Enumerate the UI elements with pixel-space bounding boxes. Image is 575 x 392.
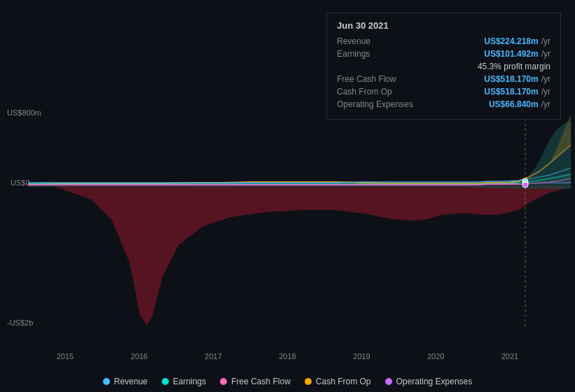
tooltip-profit-margin: 45.3% profit margin <box>478 62 550 71</box>
x-label-2017: 2017 <box>205 352 221 360</box>
tooltip-value-earnings: US$101.492m <box>484 49 538 59</box>
legend-label-revenue: Revenue <box>114 377 148 386</box>
tooltip-label-earnings: Earnings <box>337 49 421 59</box>
tooltip-row-opex: Operating Expenses US$66.840m/yr <box>337 99 550 109</box>
legend-item-earnings[interactable]: Earnings <box>162 377 206 386</box>
tooltip-label-opex: Operating Expenses <box>337 99 421 109</box>
tooltip-row-earnings: Earnings US$101.492m/yr <box>337 49 550 59</box>
tooltip-row-fcf: Free Cash Flow US$518.170m/yr <box>337 74 550 84</box>
x-label-2020: 2020 <box>427 352 444 360</box>
x-label-2019: 2019 <box>353 352 370 360</box>
legend-label-cashfromop: Cash From Op <box>316 377 371 386</box>
legend-dot-earnings <box>162 378 169 385</box>
legend-label-opex: Operating Expenses <box>396 377 473 386</box>
tooltip-date: Jun 30 2021 <box>337 20 550 31</box>
legend-label-fcf: Free Cash Flow <box>231 377 291 386</box>
tooltip-value-opex: US$66.840m <box>489 99 539 109</box>
chart-svg <box>28 108 571 329</box>
legend-dot-fcf <box>220 378 227 385</box>
tooltip-value-fcf: US$518.170m <box>484 74 538 84</box>
tooltip-row-cashfromop: Cash From Op US$518.170m/yr <box>337 87 550 97</box>
tooltip-value-revenue: US$224.218m <box>484 36 538 46</box>
y-label-0: US$0 <box>11 178 30 187</box>
legend-dot-revenue <box>103 378 110 385</box>
legend-item-opex[interactable]: Operating Expenses <box>385 377 473 386</box>
tooltip-label-fcf: Free Cash Flow <box>337 74 421 84</box>
tooltip-box: Jun 30 2021 Revenue US$224.218m/yr Earni… <box>326 13 561 120</box>
legend-dot-cashfromop <box>305 378 312 385</box>
x-label-2016: 2016 <box>131 352 148 360</box>
x-axis: 2015 2016 2017 2018 2019 2020 2021 <box>0 352 575 360</box>
x-label-2021: 2021 <box>501 352 518 360</box>
svg-point-7 <box>522 182 528 188</box>
x-label-2015: 2015 <box>57 352 74 360</box>
legend-item-revenue[interactable]: Revenue <box>103 377 148 386</box>
chart-container: Jun 30 2021 Revenue US$224.218m/yr Earni… <box>0 0 575 392</box>
tooltip-label-cashfromop: Cash From Op <box>337 87 421 97</box>
tooltip-label-revenue: Revenue <box>337 36 421 46</box>
tooltip-row-revenue: Revenue US$224.218m/yr <box>337 36 550 46</box>
legend-item-cashfromop[interactable]: Cash From Op <box>305 377 371 386</box>
tooltip-value-cashfromop: US$518.170m <box>484 87 538 97</box>
svg-marker-1 <box>56 186 571 326</box>
tooltip-row-margin: 45.3% profit margin <box>337 62 550 71</box>
legend-dot-opex <box>385 378 392 385</box>
x-label-2018: 2018 <box>279 352 296 360</box>
legend-label-earnings: Earnings <box>173 377 206 386</box>
legend: Revenue Earnings Free Cash Flow Cash Fro… <box>0 377 575 386</box>
legend-item-fcf[interactable]: Free Cash Flow <box>220 377 291 386</box>
